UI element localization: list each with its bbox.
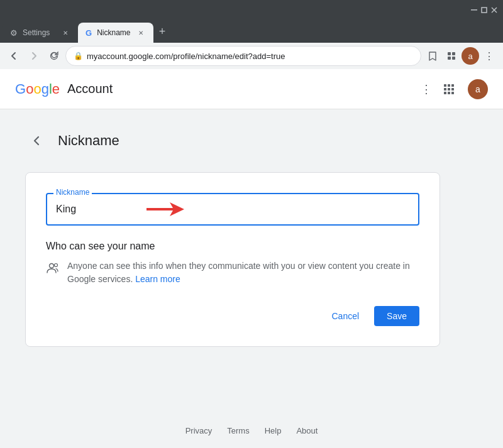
svg-rect-13 bbox=[451, 88, 454, 90]
menu-button[interactable]: ⋮ bbox=[480, 47, 498, 65]
footer-help[interactable]: Help bbox=[265, 426, 282, 435]
close-button[interactable] bbox=[490, 6, 498, 14]
back-button[interactable] bbox=[25, 129, 48, 152]
svg-rect-4 bbox=[448, 52, 451, 55]
who-can-see-section: Who can see your name Anyone can see thi… bbox=[46, 241, 419, 286]
svg-rect-8 bbox=[444, 84, 446, 87]
nickname-tab-label: Nickname bbox=[97, 28, 130, 37]
logo-g: G bbox=[15, 81, 26, 97]
svg-rect-15 bbox=[448, 92, 450, 94]
google-tab-icon: G bbox=[86, 28, 92, 38]
svg-point-18 bbox=[50, 264, 54, 268]
settings-tab-label: Settings bbox=[23, 28, 50, 37]
logo-e: e bbox=[52, 81, 60, 97]
page-title-row: Nickname bbox=[25, 129, 478, 152]
main-content: Nickname Nickname Who can see your name bbox=[0, 109, 503, 413]
svg-rect-9 bbox=[448, 84, 450, 87]
logo-o2: o bbox=[33, 81, 41, 97]
footer-terms[interactable]: Terms bbox=[227, 426, 249, 435]
settings-tab-close[interactable]: ✕ bbox=[60, 28, 70, 38]
reload-button[interactable] bbox=[45, 47, 63, 65]
browser-profile-icon[interactable]: a bbox=[462, 47, 479, 65]
nickname-input[interactable] bbox=[46, 193, 419, 226]
header-account-avatar[interactable]: a bbox=[468, 79, 488, 99]
footer-about[interactable]: About bbox=[296, 426, 318, 435]
svg-rect-12 bbox=[448, 88, 450, 90]
svg-rect-14 bbox=[444, 92, 446, 94]
new-tab-button[interactable]: + bbox=[153, 23, 171, 40]
save-button[interactable]: Save bbox=[374, 306, 419, 326]
learn-more-link[interactable]: Learn more bbox=[135, 274, 180, 284]
svg-rect-10 bbox=[451, 84, 454, 87]
forward-nav-button[interactable] bbox=[25, 47, 43, 65]
form-buttons: Cancel Save bbox=[46, 306, 419, 326]
header-more-button[interactable]: ⋮ bbox=[417, 80, 435, 98]
svg-rect-7 bbox=[452, 57, 455, 60]
url-bar[interactable]: 🔒 myaccount.google.com/profile/nickname/… bbox=[65, 46, 421, 66]
tab-settings[interactable]: ⚙ Settings ✕ bbox=[3, 23, 78, 43]
bookmark-button[interactable] bbox=[424, 47, 441, 65]
address-bar: 🔒 myaccount.google.com/profile/nickname/… bbox=[0, 43, 503, 69]
svg-rect-0 bbox=[471, 9, 477, 11]
nickname-field-label: Nickname bbox=[53, 188, 92, 197]
cancel-button[interactable]: Cancel bbox=[321, 306, 369, 326]
nickname-tab-close[interactable]: ✕ bbox=[136, 28, 146, 38]
svg-rect-1 bbox=[482, 8, 487, 13]
red-arrow bbox=[143, 201, 187, 217]
tab-bar: ⚙ Settings ✕ G Nickname ✕ + bbox=[0, 20, 503, 43]
lock-icon: 🔒 bbox=[74, 52, 83, 60]
page: Google Account ⋮ a Nickname Nickname bbox=[0, 69, 503, 448]
who-can-see-title: Who can see your name bbox=[46, 241, 419, 252]
who-can-see-row: Anyone can see this info when they commu… bbox=[46, 260, 419, 286]
extensions-button[interactable] bbox=[443, 47, 460, 65]
window-controls bbox=[470, 6, 498, 14]
logo-o1: o bbox=[26, 81, 33, 97]
account-text: Account bbox=[67, 82, 113, 96]
footer: Privacy Terms Help About bbox=[0, 413, 503, 448]
title-bar bbox=[0, 0, 503, 20]
svg-rect-6 bbox=[448, 57, 451, 60]
nickname-field-wrapper: Nickname bbox=[46, 193, 419, 226]
settings-tab-icon: ⚙ bbox=[10, 28, 18, 38]
svg-rect-5 bbox=[452, 52, 455, 55]
who-can-see-description: Anyone can see this info when they commu… bbox=[67, 260, 419, 286]
minimize-button[interactable] bbox=[470, 6, 478, 14]
header-apps-button[interactable] bbox=[440, 80, 458, 98]
url-text: myaccount.google.com/profile/nickname/ed… bbox=[87, 52, 413, 61]
account-header: Google Account ⋮ a bbox=[0, 69, 503, 109]
tab-nickname[interactable]: G Nickname ✕ bbox=[78, 23, 153, 43]
logo-g2: g bbox=[41, 81, 49, 97]
google-logo: Google bbox=[15, 81, 60, 97]
maximize-button[interactable] bbox=[480, 6, 488, 14]
page-title: Nickname bbox=[58, 133, 119, 149]
toolbar-icons: a ⋮ bbox=[424, 47, 498, 65]
svg-rect-16 bbox=[451, 92, 454, 94]
people-icon bbox=[46, 261, 60, 286]
svg-marker-17 bbox=[146, 202, 184, 216]
svg-rect-11 bbox=[444, 88, 446, 90]
svg-point-19 bbox=[55, 264, 58, 267]
footer-privacy[interactable]: Privacy bbox=[185, 426, 213, 435]
nickname-card: Nickname Who can see your name bbox=[25, 172, 440, 347]
back-nav-button[interactable] bbox=[5, 47, 23, 65]
